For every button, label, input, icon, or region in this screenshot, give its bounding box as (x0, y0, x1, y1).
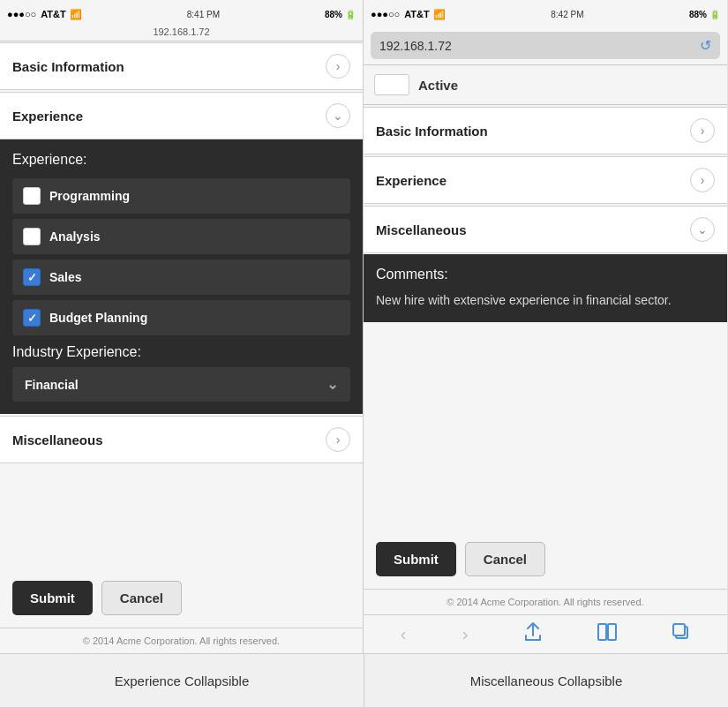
right-signal-dots: ●●●○○ (371, 9, 400, 19)
left-time: 8:41 PM (187, 10, 220, 19)
checkbox-programming[interactable]: Programming (12, 178, 350, 214)
experience-label-left: Experience (12, 109, 83, 124)
svg-rect-1 (608, 624, 616, 640)
submit-button-right[interactable]: Submit (376, 542, 456, 576)
right-battery: 88% 🔋 (689, 10, 720, 19)
right-signal: ●●●○○ AT&T 📶 (371, 9, 446, 20)
right-carrier: AT&T (404, 9, 430, 19)
cb-label-analysis: Analysis (49, 229, 101, 244)
share-button[interactable] (517, 621, 549, 648)
experience-expanded: Experience: Programming Analysis Sales B… (0, 139, 363, 414)
active-toggle-switch[interactable] (374, 74, 409, 95)
industry-title: Industry Experience: (12, 344, 350, 360)
experience-chevron-right: › (690, 168, 715, 192)
carrier-label: AT&T (41, 9, 66, 19)
right-buttons-area: Submit Cancel (364, 530, 727, 589)
right-battery-icon: 🔋 (709, 10, 720, 19)
misc-chevron-right: ⌄ (690, 217, 715, 242)
industry-dropdown-chevron: ⌄ (326, 376, 338, 393)
misc-chevron-left: › (326, 427, 350, 452)
experience-chevron-left: ⌄ (326, 103, 350, 128)
misc-label-right: Miscellaneous (376, 222, 467, 237)
caption-row: Experience Collapsible Miscellaneous Col… (0, 654, 728, 707)
signal-dots: ●●●○○ (7, 9, 36, 19)
basic-info-row-left[interactable]: Basic Information › (0, 42, 363, 90)
browser-toolbar: ‹ › (364, 614, 727, 653)
basic-info-label-right: Basic Information (376, 124, 488, 139)
comments-title: Comments: (376, 267, 715, 282)
footer-left: © 2014 Acme Corporation. All rights rese… (0, 628, 363, 653)
cancel-button-left[interactable]: Cancel (101, 581, 182, 615)
cb-analysis[interactable] (23, 228, 41, 245)
caption-left: Experience Collapsible (0, 654, 364, 707)
basic-info-chevron-left: › (326, 54, 350, 79)
cb-programming[interactable] (23, 187, 41, 205)
top-divider-left (0, 41, 363, 41)
svg-rect-3 (673, 624, 685, 636)
battery-label: 88% (325, 10, 342, 19)
basic-info-row-right[interactable]: Basic Information › (364, 107, 727, 154)
left-signal: ●●●○○ AT&T 📶 (7, 9, 82, 20)
battery-icon: 🔋 (345, 10, 356, 19)
book-button[interactable] (590, 621, 624, 647)
refresh-icon[interactable]: ↺ (700, 37, 711, 54)
tabs-button[interactable] (665, 621, 697, 647)
forward-button[interactable]: › (455, 622, 476, 646)
experience-row-right[interactable]: Experience › (364, 156, 727, 204)
cb-label-budget: Budget Planning (49, 311, 147, 325)
left-url: 192.168.1.72 (0, 26, 363, 41)
misc-row-right[interactable]: Miscellaneous ⌄ (364, 206, 727, 253)
right-status-bar: ●●●○○ AT&T 📶 8:42 PM 88% 🔋 (364, 0, 727, 26)
industry-value: Financial (25, 378, 79, 392)
address-bar[interactable]: 192.168.1.72 ↺ (371, 32, 720, 59)
footer-right: © 2014 Acme Corporation. All rights rese… (364, 589, 727, 614)
left-screen: ●●●○○ AT&T 📶 8:41 PM 88% 🔋 192.168.1.72 … (0, 0, 364, 653)
checkbox-budget[interactable]: Budget Planning (12, 300, 350, 335)
misc-label-left: Miscellaneous (12, 432, 103, 448)
active-label: Active (418, 78, 458, 93)
right-time: 8:42 PM (551, 10, 583, 19)
basic-info-label-left: Basic Information (12, 59, 124, 74)
cb-budget[interactable] (23, 309, 41, 327)
address-url: 192.168.1.72 (379, 39, 452, 53)
comments-box: Comments: New hire with extensive experi… (364, 254, 727, 322)
right-wifi-icon: 📶 (433, 9, 446, 20)
cb-label-programming: Programming (49, 189, 130, 203)
experience-row-left[interactable]: Experience ⌄ (0, 92, 363, 139)
experience-title: Experience: (12, 152, 350, 168)
left-battery: 88% 🔋 (325, 10, 356, 19)
basic-info-chevron-right: › (690, 118, 715, 143)
checkbox-sales[interactable]: Sales (12, 259, 350, 295)
industry-section: Industry Experience: Financial ⌄ (12, 344, 350, 402)
back-button[interactable]: ‹ (394, 622, 414, 646)
experience-label-right: Experience (376, 173, 447, 188)
checkbox-analysis[interactable]: Analysis (12, 219, 350, 254)
submit-button-left[interactable]: Submit (12, 581, 93, 615)
right-battery-label: 88% (689, 10, 707, 19)
comments-text: New hire with extensive experience in fi… (376, 291, 715, 310)
cb-sales[interactable] (23, 268, 41, 286)
active-toggle-area: Active (364, 65, 727, 104)
industry-dropdown[interactable]: Financial ⌄ (12, 367, 350, 402)
left-buttons-area: Submit Cancel (0, 568, 363, 628)
wifi-icon: 📶 (70, 9, 82, 20)
caption-right: Miscellaneous Collapsible (364, 654, 728, 707)
misc-row-left[interactable]: Miscellaneous › (0, 416, 363, 463)
cancel-button-right[interactable]: Cancel (465, 542, 545, 576)
left-status-bar: ●●●○○ AT&T 📶 8:41 PM 88% 🔋 (0, 0, 363, 26)
cb-label-sales: Sales (49, 270, 82, 284)
active-divider (364, 104, 727, 105)
svg-rect-0 (598, 624, 606, 640)
right-screen: ●●●○○ AT&T 📶 8:42 PM 88% 🔋 192.168.1.72 … (364, 0, 727, 653)
